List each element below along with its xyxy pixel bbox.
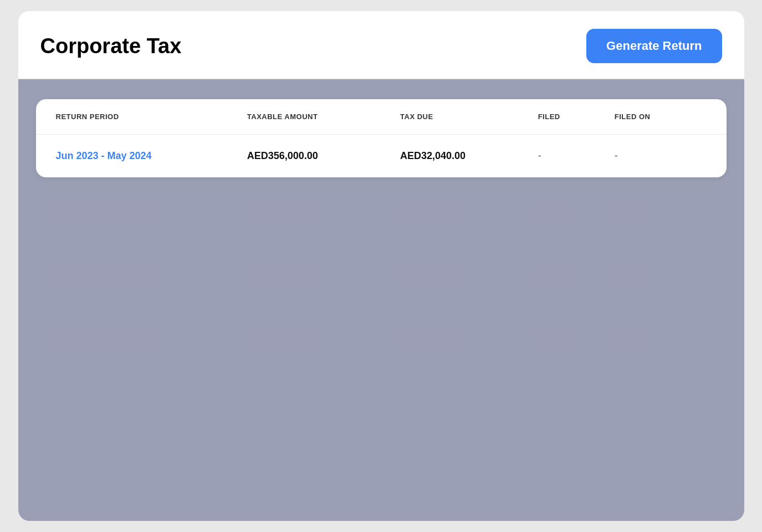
- cell-return-period[interactable]: Jun 2023 - May 2024: [56, 150, 247, 162]
- col-header-tax-due: TAX DUE: [400, 112, 538, 121]
- skeleton-bar: [400, 211, 461, 218]
- table-row: Jun 2023 - May 2024 AED356,000.00 AED32,…: [36, 135, 727, 177]
- skeleton-bar: [400, 272, 461, 279]
- main-content: RETURN PERIOD TAXABLE AMOUNT TAX DUE FIL…: [18, 79, 744, 521]
- skeleton-bar: [247, 211, 319, 218]
- generate-return-button[interactable]: Generate Return: [586, 29, 722, 63]
- skeleton-row-2: [36, 252, 727, 299]
- page-title: Corporate Tax: [40, 34, 182, 58]
- skeleton-bar: [56, 272, 156, 279]
- cell-filed-on: -: [615, 150, 707, 162]
- tax-table-card: RETURN PERIOD TAXABLE AMOUNT TAX DUE FIL…: [36, 99, 727, 177]
- skeleton-row-3: [36, 313, 727, 360]
- skeleton-row-1: [36, 191, 727, 238]
- page-header: Corporate Tax Generate Return: [18, 11, 744, 79]
- col-header-taxable-amount: TAXABLE AMOUNT: [247, 112, 400, 121]
- table-header: RETURN PERIOD TAXABLE AMOUNT TAX DUE FIL…: [36, 99, 727, 135]
- skeleton-bar: [56, 332, 156, 340]
- col-header-filed-on: FILED ON: [615, 112, 707, 121]
- skeleton-bar: [538, 272, 571, 279]
- skeleton-bar: [400, 332, 461, 340]
- cell-tax-due: AED32,040.00: [400, 150, 538, 162]
- skeleton-bar: [247, 332, 319, 340]
- col-header-return-period: RETURN PERIOD: [56, 112, 247, 121]
- skeleton-bar: [615, 211, 645, 218]
- col-header-filed: FILED: [538, 112, 615, 121]
- skeleton-bar: [56, 211, 156, 218]
- skeleton-bar: [615, 272, 645, 279]
- cell-taxable-amount: AED356,000.00: [247, 150, 400, 162]
- skeleton-bar: [247, 272, 319, 279]
- skeleton-bar: [538, 332, 571, 340]
- cell-filed: -: [538, 150, 615, 162]
- app-container: Corporate Tax Generate Return RETURN PER…: [18, 11, 744, 521]
- skeleton-bar: [538, 211, 571, 218]
- skeleton-bar: [615, 332, 645, 340]
